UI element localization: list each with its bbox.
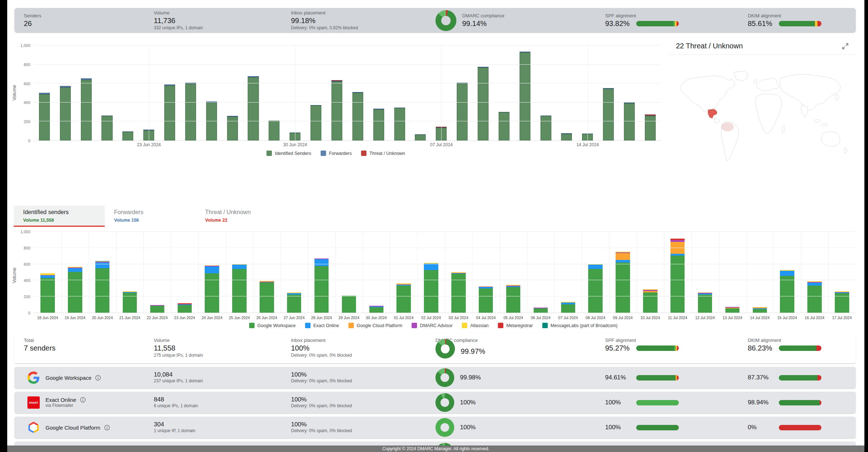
bar-11-jul-2024[interactable] xyxy=(515,45,535,140)
gridline xyxy=(34,64,661,65)
bar-06-jul-2024[interactable] xyxy=(410,45,431,140)
gridline xyxy=(664,232,664,313)
sender-name: Exact Online xyxy=(45,397,76,403)
stacked-bar xyxy=(478,45,489,140)
sender-row-exact-online[interactable]: exact Exact Online via Flowmailer 848 6 … xyxy=(14,392,856,413)
bar-22-jun-2024[interactable] xyxy=(117,45,138,140)
total-senders-value: 7 senders xyxy=(24,343,154,353)
stacked-bar xyxy=(369,232,383,313)
segment-google-workspace xyxy=(342,296,356,313)
bar-04-jul-2024[interactable] xyxy=(368,45,389,140)
bar-17-jul-2024[interactable] xyxy=(828,232,856,313)
bar-19-jun-2024[interactable] xyxy=(55,45,76,140)
volume-value: 10,084 xyxy=(154,371,291,378)
bar-21-jun-2024[interactable] xyxy=(116,232,144,313)
bar-28-jun-2024[interactable] xyxy=(243,45,264,140)
gridline xyxy=(198,232,199,313)
summary-stats-bar: Senders 26 Volume 11,736 332 unique IPs,… xyxy=(14,8,856,32)
segment-identified-senders xyxy=(624,103,635,140)
bar-18-jun-2024[interactable] xyxy=(34,45,55,140)
bar-09-jul-2024[interactable] xyxy=(473,45,494,140)
bar-27-jun-2024[interactable] xyxy=(281,232,308,313)
bar-02-jul-2024[interactable] xyxy=(417,232,445,313)
stacked-bar xyxy=(588,232,602,313)
bar-23-jun-2024[interactable] xyxy=(171,232,198,313)
bar-09-jul-2024[interactable] xyxy=(609,232,637,313)
bar-13-jul-2024[interactable] xyxy=(556,45,577,140)
spf-bar xyxy=(636,345,679,351)
bar-10-jul-2024[interactable] xyxy=(637,232,664,313)
bar-04-jul-2024[interactable] xyxy=(472,232,500,313)
bar-16-jul-2024[interactable] xyxy=(619,45,640,140)
bar-17-jul-2024[interactable] xyxy=(640,45,661,140)
info-icon[interactable] xyxy=(104,425,110,431)
bar-27-jun-2024[interactable] xyxy=(222,45,243,140)
bar-08-jul-2024[interactable] xyxy=(452,45,473,140)
stacked-bar xyxy=(396,232,411,313)
bar-segment xyxy=(779,375,817,381)
bar-21-jun-2024[interactable] xyxy=(97,45,118,140)
x-axis-label: 28 Jun 2024 xyxy=(308,314,335,320)
bar-12-jul-2024[interactable] xyxy=(691,232,719,313)
bar-25-jun-2024[interactable] xyxy=(180,45,201,140)
segment-google-workspace xyxy=(40,278,55,313)
stacked-bar xyxy=(541,45,551,140)
stacked-bar xyxy=(499,45,509,140)
gridline xyxy=(226,232,226,313)
bar-20-jun-2024[interactable] xyxy=(76,45,97,140)
bar-05-jul-2024[interactable] xyxy=(389,45,410,140)
bar-15-jul-2024[interactable] xyxy=(773,232,801,313)
tab-threat-unknown[interactable]: Threat / Unknown Volume 22 xyxy=(196,206,287,227)
stacked-bar xyxy=(164,45,175,140)
bar-24-jun-2024[interactable] xyxy=(198,232,226,313)
bar-26-jun-2024[interactable] xyxy=(253,232,281,313)
bar-24-jun-2024[interactable] xyxy=(159,45,180,140)
info-icon[interactable] xyxy=(95,375,101,381)
bar-02-jul-2024[interactable] xyxy=(326,45,347,140)
x-axis-label: 15 Jul 2024 xyxy=(773,314,801,320)
south-america-tint xyxy=(721,122,734,131)
bar-20-jun-2024[interactable] xyxy=(89,232,116,313)
bar-08-jul-2024[interactable] xyxy=(582,232,609,313)
y-tick-label: 400 xyxy=(24,278,30,283)
tab-forwarders[interactable]: Forwarders Volume 156 xyxy=(105,206,196,227)
sender-row-google-cloud-platform[interactable]: Google Cloud Platform 304 1 unique IP, 1… xyxy=(14,417,856,438)
bar-06-jul-2024[interactable] xyxy=(527,232,554,313)
bar-11-jul-2024[interactable] xyxy=(664,232,691,313)
bar-18-jun-2024[interactable] xyxy=(34,232,61,313)
bar-14-jul-2024[interactable] xyxy=(746,232,773,313)
stat-value: 26 xyxy=(24,19,154,28)
segment-exact-online xyxy=(205,266,219,274)
x-axis-label: 29 Jun 2024 xyxy=(335,314,363,320)
bar-15-jul-2024[interactable] xyxy=(598,45,619,140)
dmarc-donut xyxy=(435,418,454,437)
totals-row[interactable]: Total 7 senders Volume 11,558 275 unique… xyxy=(14,334,856,364)
greenland xyxy=(734,71,748,81)
bar-19-jun-2024[interactable] xyxy=(61,232,89,313)
bar-30-jun-2024[interactable] xyxy=(363,232,390,313)
bar-16-jul-2024[interactable] xyxy=(801,232,828,313)
bar-29-jun-2024[interactable] xyxy=(335,232,363,313)
mexico-highlight[interactable] xyxy=(708,109,717,118)
bar-01-jul-2024[interactable] xyxy=(305,45,326,140)
bar-05-jul-2024[interactable] xyxy=(500,232,527,313)
bar-12-jul-2024[interactable] xyxy=(535,45,556,140)
bar-26-jun-2024[interactable] xyxy=(201,45,222,140)
bar-29-jun-2024[interactable] xyxy=(264,45,285,140)
bar-28-jun-2024[interactable] xyxy=(308,232,335,313)
sender-row-google-workspace[interactable]: Google Workspace 10,084 237 unique IPs, … xyxy=(14,367,856,388)
bar-07-jul-2024[interactable] xyxy=(554,232,582,313)
info-icon[interactable] xyxy=(80,397,86,403)
bar-segment xyxy=(677,375,679,381)
tab-identified-senders[interactable]: Identified senders Volume 11,558 xyxy=(14,206,105,227)
bar-03-jul-2024[interactable] xyxy=(445,232,472,313)
expand-icon[interactable] xyxy=(841,42,849,50)
column-label: Volume xyxy=(154,338,291,343)
bar-01-jul-2024[interactable] xyxy=(390,232,417,313)
bar-13-jul-2024[interactable] xyxy=(719,232,746,313)
bar-25-jun-2024[interactable] xyxy=(226,232,253,313)
x-axis-label: 07 Jul 2024 xyxy=(554,314,582,320)
bar-22-jun-2024[interactable] xyxy=(143,232,171,313)
bar-10-jul-2024[interactable] xyxy=(494,45,515,140)
bar-03-jul-2024[interactable] xyxy=(347,45,368,140)
